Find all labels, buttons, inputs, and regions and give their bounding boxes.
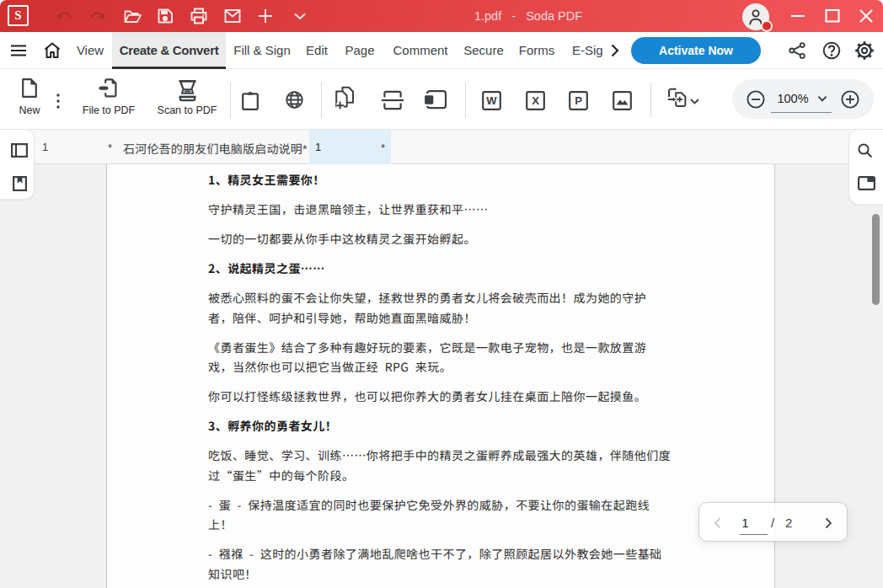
svg-text:P: P [575,94,582,107]
svg-text:X: X [532,94,539,107]
svg-text:W: W [486,94,497,107]
